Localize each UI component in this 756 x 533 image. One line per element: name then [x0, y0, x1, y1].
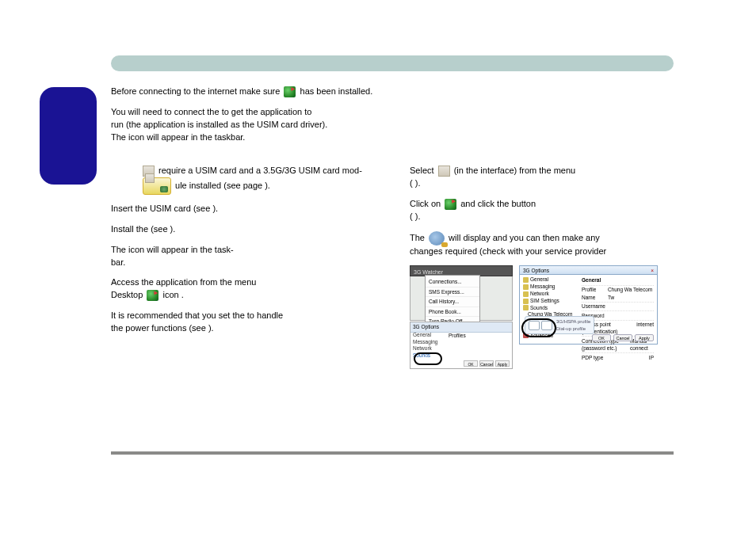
- square-icon: [438, 166, 450, 177]
- r-p33: changes required (check with your servic…: [410, 246, 606, 256]
- txt-line4a: The: [111, 132, 128, 142]
- ok-button[interactable]: OK: [464, 360, 478, 367]
- ok-button[interactable]: OK: [592, 334, 611, 341]
- main-content: Before connecting to the internet make s…: [111, 55, 677, 369]
- field-label: Username: [582, 303, 605, 310]
- panel-title: 3G Options: [410, 322, 512, 332]
- r-p1b: (in the: [454, 166, 481, 175]
- tree-item[interactable]: Messaging: [413, 339, 437, 345]
- menu-item[interactable]: Phone Book...: [426, 307, 479, 317]
- field-value[interactable]: internet: [636, 321, 654, 336]
- apply-button[interactable]: Apply: [635, 334, 654, 341]
- l-p53: Desktop: [111, 290, 143, 299]
- options-panel-small: 3G Options General Messaging Network Sou…: [410, 322, 513, 369]
- r-p1f: ).: [415, 178, 421, 188]
- cancel-button[interactable]: Cancel: [479, 360, 494, 367]
- l-p6: It is recommended that you set the: [111, 310, 247, 320]
- dialup-globe-icon: [429, 231, 445, 246]
- r-p2c: button: [511, 199, 536, 208]
- highlight-circle: [414, 352, 442, 365]
- r-p1a: Select: [410, 166, 437, 175]
- tree-item[interactable]: Sounds: [530, 305, 548, 310]
- l-p64: ).: [208, 323, 214, 333]
- panel-title: 3G Options: [523, 267, 549, 273]
- txt-intro-3: run (the application is installed as the…: [111, 120, 327, 129]
- tree-item[interactable]: Network: [530, 291, 549, 296]
- folder-icon: [523, 284, 529, 290]
- l-p62: to handle: [247, 310, 283, 320]
- field-label: Profile Name: [582, 286, 608, 301]
- menu-item[interactable]: Connections...: [426, 277, 479, 287]
- close-icon[interactable]: ×: [651, 267, 654, 273]
- l-p52: menu: [235, 277, 257, 287]
- apply-button[interactable]: Apply: [495, 360, 510, 367]
- r-p2b: and click the: [460, 199, 511, 208]
- menu-item[interactable]: SMS Express...: [426, 287, 479, 297]
- l-p33: ).: [170, 224, 176, 234]
- r-p2e: ).: [415, 211, 421, 221]
- profiles-label: Profiles: [449, 332, 466, 339]
- l-p43: task-: [215, 245, 234, 254]
- txt-intro-2b: to get the application to: [222, 107, 312, 116]
- hspa-label: 3G/HSPA profile: [556, 318, 590, 326]
- field-value[interactable]: Chung Wa Telecom Tw: [608, 286, 654, 301]
- r-p2a: Click on: [410, 199, 443, 208]
- l-p12: ule installed (see page ).: [175, 181, 270, 190]
- field-label: PDP type: [582, 354, 603, 361]
- highlight-circle: [521, 318, 556, 337]
- globe-icon: [147, 290, 158, 301]
- folder-icon: [523, 291, 529, 297]
- left-column: require a USIM card and a 3.5G/3G USIM c…: [111, 165, 392, 370]
- heading-bar: [111, 55, 674, 71]
- l-p2: Insert the USIM card (see: [111, 204, 212, 213]
- folder-icon: [523, 305, 529, 310]
- field-value[interactable]: IP: [649, 354, 654, 361]
- panel-titlebar: 3G Options ×: [520, 266, 657, 275]
- options-panel-large: 3G Options × General Messaging Network S…: [519, 265, 658, 345]
- l-p22: ).: [212, 204, 218, 213]
- r-p1e: (: [410, 178, 413, 188]
- globe-icon: [284, 86, 296, 97]
- chapter-badge: [40, 87, 97, 185]
- dialup-label: Dial-up profile: [556, 326, 590, 333]
- txt-intro-1b: has been installed.: [300, 86, 373, 96]
- screenshot-tools-menu: 3G Watcher Connections... SMS Express...…: [410, 265, 513, 369]
- cancel-button[interactable]: Cancel: [613, 334, 632, 341]
- tree-item[interactable]: Network: [413, 345, 437, 352]
- l-p44: bar.: [111, 257, 125, 267]
- tree-item[interactable]: Messaging: [530, 284, 555, 289]
- txt-intro-1a: Before connecting to the internet make s…: [111, 86, 280, 96]
- l-p4: The: [111, 245, 128, 254]
- screenshot-group: 3G Watcher Connections... SMS Express...…: [410, 265, 671, 369]
- menu-item[interactable]: Call History...: [426, 297, 479, 306]
- right-column: Select (in the interface) from the menu …: [410, 165, 671, 370]
- r-p3: The: [410, 232, 427, 242]
- l-p42: icon will appear in the: [128, 245, 215, 254]
- tree-item[interactable]: General: [530, 276, 548, 282]
- tree-item[interactable]: General: [413, 332, 437, 338]
- r-p1d: menu: [554, 166, 576, 175]
- l-p54: icon .: [162, 290, 183, 299]
- l-p5: Access the application from the: [111, 277, 235, 287]
- l-p63: the power functions (see: [111, 323, 208, 333]
- l-p3: Install the: [111, 224, 151, 234]
- folder-icon: [523, 277, 529, 283]
- l-p1: require a USIM card and a 3.5G/3G USIM c…: [158, 166, 362, 175]
- txt-intro-2a: You will need to connect the: [111, 107, 222, 116]
- r-p1c: interface) from the: [480, 166, 553, 175]
- l-p32: (see: [151, 224, 170, 234]
- tree-item[interactable]: SIM Settings: [530, 298, 559, 303]
- folder-icon: [523, 299, 529, 304]
- r-p32: will display and you can then make any: [449, 232, 600, 242]
- txt-line4b: icon will appear in the taskbar.: [128, 132, 245, 142]
- usim-card-icon: [143, 177, 171, 195]
- section-header: General: [582, 276, 654, 284]
- footer-rule: [111, 451, 674, 455]
- globe-icon: [445, 199, 456, 210]
- r-p2d: (: [410, 211, 413, 221]
